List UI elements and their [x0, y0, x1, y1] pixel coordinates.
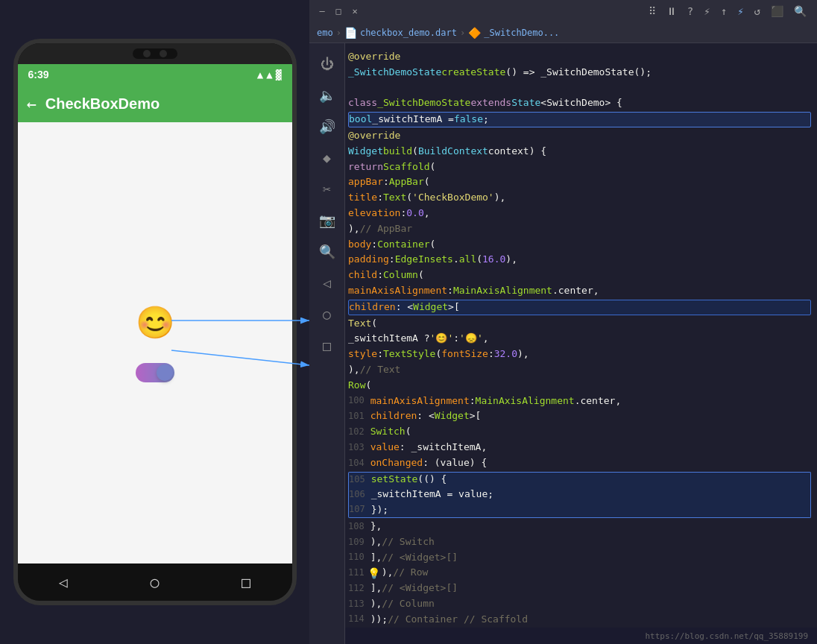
- sidebar-power-icon[interactable]: ⏻: [313, 49, 341, 78]
- class-icon: 🔶: [468, 27, 481, 39]
- code-line: 114 )); // Container // Scaffold: [348, 612, 811, 628]
- code-line: mainAxisAlignment : MainAxisAlignment .c…: [348, 283, 811, 299]
- phone-top-bar: [18, 43, 292, 64]
- code-content: @override _SwitchDemoState createState (…: [345, 43, 817, 628]
- bulb-icon: 💡: [368, 565, 380, 581]
- wifi-icon: ▲: [257, 69, 263, 80]
- code-line: padding : EdgeInsets . all ( 16.0 ),: [348, 252, 811, 268]
- maximize-btn[interactable]: □: [333, 6, 344, 16]
- code-line: [348, 80, 811, 96]
- code-line-111: 111 💡 ), // Row: [348, 565, 811, 581]
- phone-content: 😊: [18, 122, 292, 564]
- breadcrumb-emo: emo: [317, 28, 333, 38]
- code-line: 115 }: [348, 627, 811, 628]
- breadcrumb: emo › 📄 checkbox_demo.dart › 🔶 _SwitchDe…: [309, 22, 817, 43]
- window-controls: — □ ✕: [317, 6, 360, 16]
- code-area: @override _SwitchDemoState createState (…: [345, 43, 817, 644]
- code-line: _SwitchDemoState createState () => _Swit…: [348, 65, 811, 80]
- code-line: return Scaffold (: [348, 160, 811, 175]
- signal-icon: ▲: [266, 69, 272, 80]
- code-line: 103 value : _switchItemA,: [348, 440, 811, 455]
- emoji-display: 😊: [136, 304, 174, 341]
- sidebar-back-icon[interactable]: ◁: [313, 268, 341, 297]
- code-line: child : Column (: [348, 268, 811, 283]
- code-line-setstate-1: 105 setState (() {: [348, 472, 811, 487]
- code-line: 101 children : < Widget >[: [348, 408, 811, 424]
- ide-toolbar: ⠿ ⏸ ? ⚡ ↑ ⚡ ↺ ⬛ 🔍: [646, 4, 810, 19]
- status-time: 6:39: [28, 69, 49, 80]
- code-line: _switchItemA ? '😊' : '😞' ,: [348, 331, 811, 347]
- back-button[interactable]: ←: [27, 95, 37, 113]
- toolbar-pause-icon[interactable]: ⏸: [663, 4, 680, 19]
- switch-widget[interactable]: [136, 363, 174, 382]
- code-line: Row (: [348, 378, 811, 394]
- toolbar-search-icon[interactable]: 🔍: [791, 4, 810, 19]
- sidebar-speaker-high-icon[interactable]: 🔊: [313, 112, 341, 140]
- sidebar-speaker-low-icon[interactable]: 🔈: [313, 80, 341, 109]
- breadcrumb-class: _SwitchDemo...: [484, 28, 559, 38]
- toolbar-step-over-icon[interactable]: ⚡: [701, 4, 713, 19]
- file-icon: 📄: [344, 27, 357, 39]
- home-nav-icon[interactable]: ○: [150, 573, 159, 591]
- switch-thumb: [157, 364, 173, 381]
- code-line: 112 ], // <Widget>[]: [348, 581, 811, 596]
- close-btn[interactable]: ✕: [350, 6, 360, 16]
- code-line: appBar : AppBar (: [348, 174, 811, 190]
- sidebar-circle-icon[interactable]: ○: [313, 300, 341, 328]
- phone-camera: [133, 48, 177, 59]
- sidebar-square-icon[interactable]: □: [313, 331, 341, 359]
- code-line: 104 onChanged : (value) {: [348, 455, 811, 471]
- phone-mockup: 6:39 ▲ ▲ ▓ ← CheckBoxDemo 😊 ◁ ○ □: [0, 0, 309, 644]
- ide-top-bar: — □ ✕ ⠿ ⏸ ? ⚡ ↑ ⚡ ↺ ⬛ 🔍: [309, 0, 817, 22]
- code-line: 108 },: [348, 519, 811, 534]
- breadcrumb-sep1: ›: [336, 28, 341, 38]
- sidebar-scissors-icon[interactable]: ✂: [313, 174, 341, 203]
- blog-url: https://blog.csdn.net/qq_35889199: [645, 631, 808, 641]
- bottom-bar: https://blog.csdn.net/qq_35889199: [345, 628, 817, 644]
- app-bar: ← CheckBoxDemo: [18, 85, 292, 122]
- recents-nav-icon[interactable]: □: [242, 573, 250, 591]
- code-line: body : Container (: [348, 237, 811, 253]
- status-bar: 6:39 ▲ ▲ ▓: [18, 64, 292, 85]
- code-line: 109 ), // Switch: [348, 534, 811, 550]
- camera-speaker: [160, 50, 167, 57]
- code-lines: @override _SwitchDemoState createState (…: [345, 43, 817, 628]
- code-line: Text (: [348, 316, 811, 332]
- toolbar-grid-icon[interactable]: ⠿: [646, 4, 659, 19]
- code-line-bool: bool _switchItemA = false ;: [348, 112, 811, 127]
- toolbar-step-out-icon[interactable]: ⚡: [734, 4, 746, 19]
- back-nav-icon[interactable]: ◁: [59, 573, 68, 591]
- code-line: class _SwitchDemoState extends State <Sw…: [348, 95, 811, 111]
- app-title: CheckBoxDemo: [45, 95, 160, 113]
- sidebar-camera-icon[interactable]: 📷: [313, 206, 341, 234]
- toolbar-help-icon[interactable]: ?: [684, 4, 696, 19]
- ide-panel: — □ ✕ ⠿ ⏸ ? ⚡ ↑ ⚡ ↺ ⬛ 🔍 emo › 📄 checkbox…: [309, 0, 817, 644]
- ide-main: ⏻ 🔈 🔊 ◆ ✂ 📷 🔍 ◁ ○ □ @override: [309, 43, 817, 644]
- code-line: 100 mainAxisAlignment : MainAxisAlignmen…: [348, 394, 811, 409]
- phone-device: 6:39 ▲ ▲ ▓ ← CheckBoxDemo 😊 ◁ ○ □: [13, 39, 297, 605]
- breadcrumb-sep2: ›: [460, 28, 465, 38]
- status-icons: ▲ ▲ ▓: [257, 69, 282, 80]
- toolbar-step-into-icon[interactable]: ↑: [718, 4, 730, 19]
- code-line: ), // Text: [348, 362, 811, 378]
- code-line-children: children : < Widget >[: [348, 300, 811, 315]
- camera-lens: [143, 50, 151, 57]
- minimize-btn[interactable]: —: [317, 6, 327, 16]
- toolbar-stop-icon[interactable]: ⬛: [768, 4, 786, 19]
- code-line: 102 Switch (: [348, 424, 811, 440]
- toolbar-reload-icon[interactable]: ↺: [751, 4, 763, 19]
- code-line: 113 ), // Column: [348, 596, 811, 612]
- code-line: ), // AppBar: [348, 221, 811, 237]
- code-line-setstate-2: 106 _switchItemA = value;: [348, 487, 811, 502]
- code-line: style : TextStyle ( fontSize : 32.0 ),: [348, 347, 811, 362]
- code-line-setstate-3: 107 });: [348, 502, 811, 518]
- code-line: @override: [348, 49, 811, 65]
- code-line: title : Text ( 'CheckBoxDemo' ),: [348, 190, 811, 206]
- switch-track[interactable]: [136, 363, 174, 382]
- ide-sidebar: ⏻ 🔈 🔊 ◆ ✂ 📷 🔍 ◁ ○ □: [309, 43, 345, 644]
- code-line: 110 ], // <Widget>[]: [348, 550, 811, 566]
- code-line: Widget build ( BuildContext context) {: [348, 144, 811, 160]
- phone-nav-bar: ◁ ○ □: [18, 564, 292, 601]
- sidebar-zoom-icon[interactable]: 🔍: [313, 237, 341, 265]
- sidebar-diamond-icon[interactable]: ◆: [313, 143, 341, 171]
